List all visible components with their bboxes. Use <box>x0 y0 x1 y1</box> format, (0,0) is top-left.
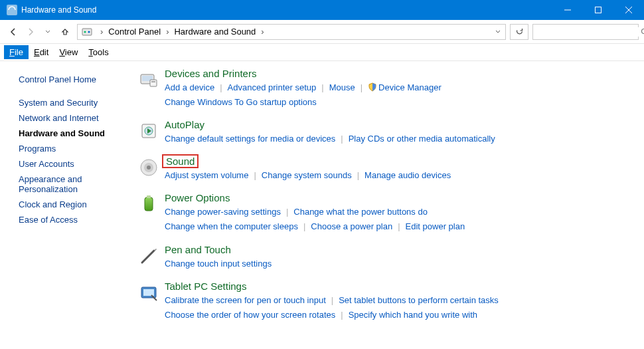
close-button[interactable] <box>613 0 644 20</box>
chevron-right-icon[interactable]: › <box>96 27 107 37</box>
task-choose-a-power-plan[interactable]: Choose a power plan <box>311 221 392 231</box>
svg-rect-5 <box>82 29 92 35</box>
svg-point-7 <box>88 31 90 33</box>
sidebar: Control Panel Home System and SecurityNe… <box>0 61 133 349</box>
sound-icon <box>133 156 165 183</box>
task-edit-power-plan[interactable]: Edit power plan <box>406 221 465 231</box>
menu-edit[interactable]: Edit <box>29 45 54 59</box>
shield-icon <box>368 82 377 92</box>
svg-rect-2 <box>596 7 602 13</box>
window-title: Hardware and Sound <box>21 5 552 15</box>
task-choose-the-order-of-how-your-screen-rotates[interactable]: Choose the order of how your screen rota… <box>165 310 335 320</box>
refresh-button[interactable] <box>510 24 528 40</box>
task-change-windows-to-go-startup-options[interactable]: Change Windows To Go startup options <box>165 97 317 107</box>
power-icon <box>133 192 165 234</box>
title-bar: Hardware and Sound <box>0 0 644 20</box>
minimize-button[interactable] <box>552 0 583 20</box>
svg-point-8 <box>642 29 645 33</box>
address-bar[interactable]: › Control Panel › Hardware and Sound › <box>77 24 506 40</box>
breadcrumb-root[interactable]: Control Panel <box>107 27 162 37</box>
category-sound[interactable]: Sound <box>162 154 199 168</box>
search-input[interactable] <box>533 27 641 37</box>
menu-bar: File Edit View Tools <box>0 44 644 61</box>
svg-point-19 <box>147 166 151 170</box>
task-specify-which-hand-you-write-with[interactable]: Specify which hand you write with <box>349 310 477 320</box>
svg-rect-25 <box>143 289 154 296</box>
pen-icon <box>133 244 165 271</box>
forward-button[interactable] <box>23 24 39 40</box>
task-device-manager[interactable]: Device Manager <box>368 82 442 92</box>
task-add-a-device[interactable]: Add a device <box>165 82 214 92</box>
recent-dropdown[interactable] <box>40 24 56 40</box>
task-set-tablet-buttons-to-perform-certain-tasks[interactable]: Set tablet buttons to perform certain ta… <box>339 295 499 305</box>
address-dropdown[interactable] <box>491 29 505 35</box>
task-change-what-the-power-buttons-do[interactable]: Change what the power buttons do <box>293 207 428 217</box>
task-adjust-system-volume[interactable]: Adjust system volume <box>165 170 248 180</box>
sidebar-item-programs[interactable]: Programs <box>19 141 133 156</box>
menu-tools[interactable]: Tools <box>83 45 114 59</box>
menu-file[interactable]: File <box>4 45 29 59</box>
svg-rect-21 <box>147 195 151 198</box>
breadcrumb-current[interactable]: Hardware and Sound <box>173 27 257 37</box>
task-manage-audio-devices[interactable]: Manage audio devices <box>364 170 451 180</box>
sidebar-item-user-accounts[interactable]: User Accounts <box>19 156 133 172</box>
task-change-default-settings-for-media-or-devices[interactable]: Change default settings for media or dev… <box>165 134 335 144</box>
search-box[interactable] <box>532 24 639 40</box>
task-change-system-sounds[interactable]: Change system sounds <box>262 170 352 180</box>
category-autoplay[interactable]: AutoPlay <box>165 119 204 130</box>
task-change-touch-input-settings[interactable]: Change touch input settings <box>165 259 272 269</box>
svg-rect-12 <box>150 80 157 86</box>
control-panel-home[interactable]: Control Panel Home <box>19 72 133 87</box>
up-button[interactable] <box>57 24 73 40</box>
sidebar-item-appearance-and-personalization[interactable]: Appearance and Personalization <box>19 172 112 197</box>
category-pen[interactable]: Pen and Touch <box>165 244 231 255</box>
sidebar-item-system-and-security[interactable]: System and Security <box>19 95 133 110</box>
chevron-right-icon[interactable]: › <box>257 27 268 37</box>
sidebar-item-network-and-internet[interactable]: Network and Internet <box>19 110 133 126</box>
app-icon <box>7 5 17 15</box>
svg-point-6 <box>84 31 86 33</box>
task-mouse[interactable]: Mouse <box>329 82 355 92</box>
category-power[interactable]: Power Options <box>165 192 230 203</box>
sidebar-item-clock-and-region[interactable]: Clock and Region <box>19 197 133 212</box>
task-calibrate-the-screen-for-pen-or-touch-input[interactable]: Calibrate the screen for pen or touch in… <box>165 295 326 305</box>
svg-line-22 <box>142 251 154 263</box>
menu-view[interactable]: View <box>54 45 83 59</box>
search-icon[interactable] <box>641 28 644 36</box>
category-tablet[interactable]: Tablet PC Settings <box>165 281 246 292</box>
control-panel-icon <box>82 27 92 37</box>
task-advanced-printer-setup[interactable]: Advanced printer setup <box>228 82 317 92</box>
category-devices[interactable]: Devices and Printers <box>165 68 256 79</box>
nav-bar: › Control Panel › Hardware and Sound › <box>0 20 644 44</box>
chevron-right-icon[interactable]: › <box>162 27 173 37</box>
sidebar-item-hardware-and-sound[interactable]: Hardware and Sound <box>19 126 133 141</box>
task-play-cds-or-other-media-automatically[interactable]: Play CDs or other media automatically <box>349 134 495 144</box>
devices-icon <box>133 68 165 110</box>
content-area: Devices and PrintersAdd a device|Advance… <box>133 61 644 349</box>
tablet-icon <box>133 281 165 322</box>
task-change-when-the-computer-sleeps[interactable]: Change when the computer sleeps <box>165 221 298 231</box>
back-button[interactable] <box>5 24 21 40</box>
svg-rect-20 <box>145 197 153 211</box>
maximize-button[interactable] <box>583 0 613 20</box>
sidebar-item-ease-of-access[interactable]: Ease of Access <box>19 212 133 227</box>
autoplay-icon <box>133 119 165 146</box>
task-change-power-saving-settings[interactable]: Change power-saving settings <box>165 207 281 217</box>
svg-rect-13 <box>151 81 155 82</box>
